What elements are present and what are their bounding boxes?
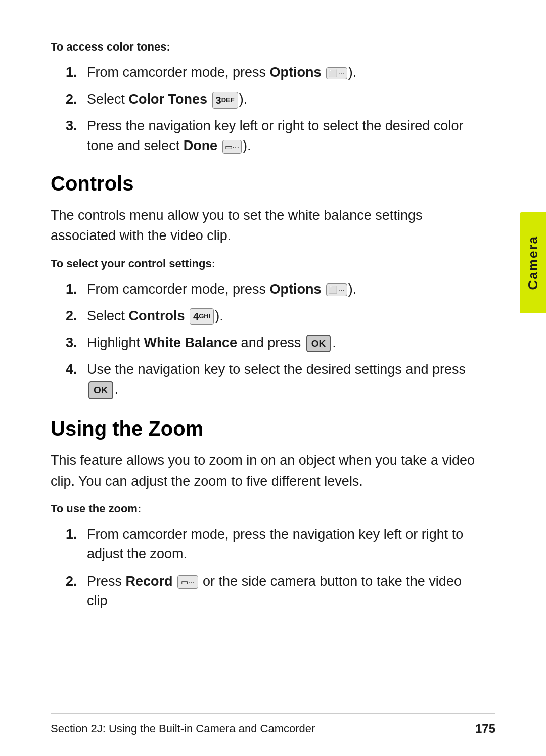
list-content: From camcorder mode, press Options ···). xyxy=(87,63,485,82)
done-icon: ▭··· xyxy=(222,140,242,154)
zoom-block: Using the Zoom This feature allows you t… xyxy=(51,417,485,611)
record-bold: Record xyxy=(126,574,173,589)
list-content: Highlight White Balance and press OK. xyxy=(87,333,485,353)
list-item: 3. Press the navigation key left or righ… xyxy=(66,116,485,156)
list-num: 2. xyxy=(66,306,87,326)
list-item: 2. Select Color Tones 3DEF). xyxy=(66,89,485,109)
list-content: From camcorder mode, press Options ···). xyxy=(87,279,485,299)
page-content: To access color tones: 1. From camcorder… xyxy=(51,40,485,716)
num4-icon: 4GHI xyxy=(190,308,214,325)
zoom-body: This feature allows you to zoom in on an… xyxy=(51,450,485,491)
list-content: Use the navigation key to select the des… xyxy=(87,360,485,399)
list-item: 3. Highlight White Balance and press OK. xyxy=(66,333,485,353)
side-tab: Camera xyxy=(520,212,546,313)
ok-icon: OK xyxy=(306,335,331,353)
color-tones-bold: Color Tones xyxy=(129,91,208,107)
list-num: 1. xyxy=(66,63,87,82)
controls-heading: Controls xyxy=(51,172,485,195)
zoom-subheading: To use the zoom: xyxy=(51,502,485,515)
list-num: 1. xyxy=(66,279,87,299)
controls-list: 1. From camcorder mode, press Options ··… xyxy=(66,279,485,400)
list-content: From camcorder mode, press the navigatio… xyxy=(87,525,485,564)
list-num: 2. xyxy=(66,572,87,591)
footer-section-label: Section 2J: Using the Built-in Camera an… xyxy=(51,722,315,735)
list-content: Press Record ▭··· or the side camera but… xyxy=(87,572,485,611)
options-icon: ··· xyxy=(326,67,347,79)
list-num: 4. xyxy=(66,360,87,380)
options-bold: Options xyxy=(270,65,322,80)
color-tones-list: 1. From camcorder mode, press Options ··… xyxy=(66,63,485,156)
controls-body: The controls menu allow you to set the w… xyxy=(51,205,485,246)
color-tones-subheading: To access color tones: xyxy=(51,40,485,54)
color-tones-block: To access color tones: 1. From camcorder… xyxy=(51,40,485,156)
options-bold: Options xyxy=(270,281,322,297)
list-content: Select Color Tones 3DEF). xyxy=(87,89,485,109)
list-item: 2. Press Record ▭··· or the side camera … xyxy=(66,572,485,611)
list-item: 1. From camcorder mode, press Options ··… xyxy=(66,63,485,82)
controls-subheading: To select your control settings: xyxy=(51,257,485,270)
done-bold: Done xyxy=(184,138,218,153)
list-item: 4. Use the navigation key to select the … xyxy=(66,360,485,399)
zoom-heading: Using the Zoom xyxy=(51,417,485,440)
footer: Section 2J: Using the Built-in Camera an… xyxy=(51,713,495,736)
options-icon: ··· xyxy=(326,284,347,296)
list-item: 1. From camcorder mode, press Options ··… xyxy=(66,279,485,299)
ok-icon-2: OK xyxy=(88,381,113,399)
white-balance-bold: White Balance xyxy=(144,335,238,350)
controls-bold: Controls xyxy=(129,308,185,323)
list-item: 1. From camcorder mode, press the naviga… xyxy=(66,525,485,564)
zoom-list: 1. From camcorder mode, press the naviga… xyxy=(66,525,485,611)
list-content: Select Controls 4GHI). xyxy=(87,306,485,326)
list-num: 1. xyxy=(66,525,87,544)
controls-block: Controls The controls menu allow you to … xyxy=(51,172,485,400)
list-num: 3. xyxy=(66,333,87,353)
side-tab-label: Camera xyxy=(525,235,541,290)
num3-icon: 3DEF xyxy=(212,92,238,109)
record-icon: ▭··· xyxy=(177,575,198,589)
list-content: Press the navigation key left or right t… xyxy=(87,116,485,156)
footer-page-number: 175 xyxy=(475,722,495,736)
list-item: 2. Select Controls 4GHI). xyxy=(66,306,485,326)
list-num: 3. xyxy=(66,116,87,136)
list-num: 2. xyxy=(66,89,87,109)
